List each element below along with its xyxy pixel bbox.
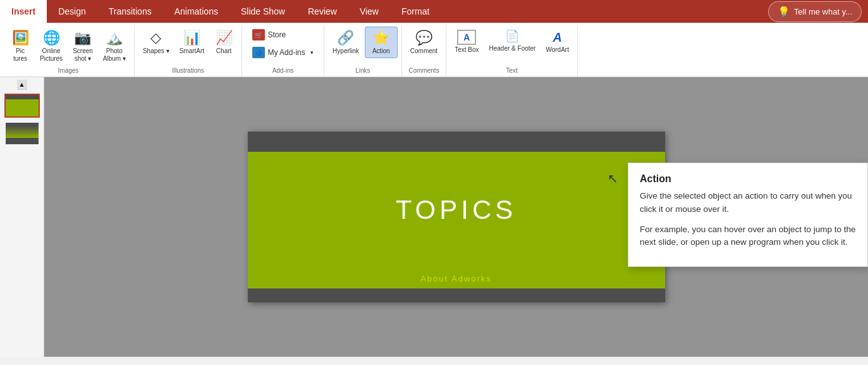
- shapes-label: Shapes ▾: [143, 47, 169, 55]
- comment-icon: 💬: [415, 30, 432, 46]
- slide-thumb-2-inner: [6, 123, 39, 144]
- chart-label: Chart: [216, 47, 231, 55]
- tab-view[interactable]: View: [348, 0, 390, 23]
- images-group-label: Images: [58, 67, 79, 75]
- tab-review[interactable]: Review: [296, 0, 348, 23]
- tooltip-body: Give the selected object an action to ca…: [640, 190, 856, 249]
- slide-footer-green: About Adworks: [248, 268, 665, 288]
- online-pictures-label: OnlinePictures: [40, 47, 63, 63]
- store-label: Store: [267, 30, 286, 39]
- store-button[interactable]: 🛒 Store: [248, 27, 290, 43]
- store-icon: 🛒: [252, 29, 265, 40]
- text-group-label: Text: [506, 67, 517, 75]
- tab-animations[interactable]: Animations: [163, 0, 229, 23]
- myadd-label: My Add-ins: [267, 48, 305, 57]
- photo-album-button[interactable]: 🏔️ PhotoAlbum ▾: [99, 27, 130, 66]
- hyperlink-label: Hyperlink: [333, 47, 359, 55]
- lightbulb-icon: 💡: [778, 6, 790, 18]
- myadd-arrow: ▾: [310, 49, 314, 56]
- header-footer-icon: 📄: [505, 30, 519, 44]
- slide-footer-bar: [248, 288, 665, 302]
- main-area: ▲ TOPICS About Adworks ↖ Action Give the…: [0, 77, 868, 357]
- screenshot-icon: 📷: [74, 30, 91, 46]
- tab-slideshow[interactable]: Slide Show: [229, 0, 296, 23]
- header-footer-button[interactable]: 📄 Header & Footer: [485, 27, 541, 56]
- tooltip-title: Action: [640, 173, 856, 185]
- slide-title: TOPICS: [396, 195, 517, 225]
- photo-album-label: PhotoAlbum ▾: [103, 47, 126, 63]
- group-comments: 💬 Comment Comments: [402, 25, 446, 77]
- slide-thumb-2[interactable]: [4, 121, 40, 145]
- photo-album-icon: 🏔️: [106, 30, 123, 46]
- slide-thumb-1-inner: [6, 95, 39, 116]
- textbox-icon: A: [457, 30, 476, 45]
- comment-label: Comment: [410, 47, 437, 55]
- online-pictures-icon: 🌐: [43, 30, 60, 46]
- header-footer-label: Header & Footer: [489, 45, 536, 53]
- pictures-icon: 🖼️: [12, 30, 29, 46]
- pictures-button[interactable]: 🖼️ Pictures: [6, 27, 34, 66]
- hyperlink-button[interactable]: 🔗 Hyperlink: [328, 27, 364, 58]
- textbox-button[interactable]: A Text Box: [450, 27, 483, 57]
- addins-group-label: Add-ins: [272, 67, 294, 75]
- wordart-icon: A: [553, 30, 561, 45]
- wordart-button[interactable]: A WordArt: [541, 27, 573, 57]
- group-links: 🔗 Hyperlink ⭐ Action Links: [324, 25, 402, 77]
- tab-bar: Insert Design Transitions Animations Sli…: [0, 0, 868, 23]
- tab-design[interactable]: Design: [47, 0, 97, 23]
- action-icon: ⭐: [372, 30, 389, 46]
- tell-me-label: Tell me what y...: [794, 7, 852, 16]
- smartart-button[interactable]: 📊 SmartArt: [175, 27, 209, 58]
- group-images: 🖼️ Pictures 🌐 OnlinePictures 📷 Screensho…: [3, 25, 135, 77]
- tab-transitions[interactable]: Transitions: [97, 0, 163, 23]
- illustrations-group-label: Illustrations: [172, 67, 204, 75]
- tell-me-input[interactable]: 💡 Tell me what y...: [768, 1, 862, 22]
- chart-button[interactable]: 📈 Chart: [210, 27, 238, 58]
- tab-format[interactable]: Format: [390, 0, 441, 23]
- ribbon: Insert Design Transitions Animations Sli…: [0, 0, 868, 77]
- tooltip-line2: For example, you can hover over an objec…: [640, 223, 856, 249]
- tab-right-area: 💡 Tell me what y...: [768, 0, 868, 23]
- comments-group-label: Comments: [408, 67, 439, 75]
- myadd-button[interactable]: 🔵 My Add-ins ▾: [248, 44, 317, 61]
- scroll-up-button[interactable]: ▲: [17, 80, 27, 90]
- pictures-label: Pictures: [13, 47, 27, 63]
- links-group-label: Links: [355, 67, 370, 75]
- comment-button[interactable]: 💬 Comment: [406, 27, 442, 58]
- slide-content[interactable]: TOPICS: [248, 152, 665, 268]
- slide-thumb-1[interactable]: [4, 94, 40, 118]
- group-illustrations: ◇ Shapes ▾ 📊 SmartArt 📈 Chart Illustrati…: [135, 25, 242, 77]
- online-pictures-button[interactable]: 🌐 OnlinePictures: [35, 27, 67, 66]
- textbox-label: Text Box: [455, 46, 479, 54]
- screenshot-button[interactable]: 📷 Screenshot ▾: [68, 27, 97, 66]
- tooltip-line1: Give the selected object an action to ca…: [640, 190, 856, 216]
- slide-header-bar: [248, 132, 665, 152]
- slide-footer-text: About Adworks: [420, 274, 492, 283]
- slide-canvas-area: TOPICS About Adworks ↖ Action Give the s…: [44, 77, 868, 357]
- hyperlink-icon: 🔗: [337, 30, 354, 46]
- smartart-label: SmartArt: [180, 47, 204, 55]
- action-label: Action: [372, 47, 390, 55]
- screenshot-label: Screenshot ▾: [73, 47, 93, 63]
- group-addins: 🛒 Store 🔵 My Add-ins ▾ Add-ins: [242, 25, 324, 77]
- group-text: A Text Box 📄 Header & Footer A WordArt T…: [446, 25, 578, 77]
- slide-panel: ▲: [0, 77, 44, 357]
- ribbon-body: 🖼️ Pictures 🌐 OnlinePictures 📷 Screensho…: [0, 23, 868, 77]
- wordart-label: WordArt: [546, 46, 569, 54]
- tab-insert[interactable]: Insert: [0, 0, 47, 23]
- smartart-icon: 📊: [183, 30, 200, 46]
- chart-icon: 📈: [216, 30, 233, 46]
- action-button[interactable]: ⭐ Action: [365, 27, 398, 58]
- myadd-icon: 🔵: [252, 47, 265, 58]
- shapes-icon: ◇: [150, 30, 161, 46]
- shapes-button[interactable]: ◇ Shapes ▾: [138, 27, 174, 58]
- action-tooltip: Action Give the selected object an actio…: [628, 163, 868, 267]
- slide-canvas: TOPICS About Adworks: [248, 132, 665, 302]
